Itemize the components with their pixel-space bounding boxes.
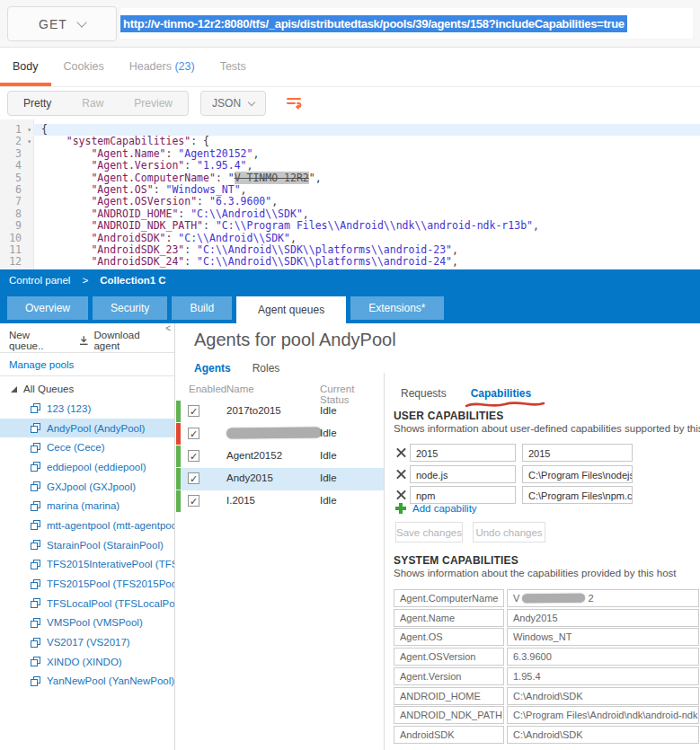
tree-item-pool[interactable]: StarainPool (StarainPool)	[0, 535, 174, 555]
tree-item-pool[interactable]: YanNewPool (YanNewPool)	[0, 672, 174, 692]
table-row-agent[interactable]: ✓Andy2015Idle	[176, 468, 384, 490]
tree-item-pool[interactable]: TFS2015Pool (TFS2015Pool)	[0, 574, 174, 594]
user-capabilities-desc: Shows information about user-defined cap…	[394, 423, 700, 434]
code-line: 6 "Agent.OS": "Windows_NT",	[0, 184, 700, 196]
tree-item-label: marina (marina)	[47, 500, 120, 511]
tab-headers[interactable]: Headers (23)	[117, 60, 208, 86]
tree-item-pool[interactable]: AndyPool (AndyPool)	[0, 419, 174, 438]
tab-capabilities[interactable]: Capabilities	[471, 387, 531, 400]
method-dropdown[interactable]: GET	[7, 6, 117, 41]
capability-value-input[interactable]: C:\Program Files\nodejs	[522, 465, 633, 483]
tab-roles[interactable]: Roles	[253, 362, 280, 375]
line-number-value: 4	[15, 160, 23, 172]
table-row-agent[interactable]: ✓I.2015Idle	[176, 490, 384, 513]
code-token: {	[41, 123, 48, 136]
download-agent-button[interactable]: Download agent	[79, 330, 165, 351]
fold-arrow-icon[interactable]: ▾	[23, 136, 31, 147]
tab-cookies[interactable]: Cookies	[51, 60, 117, 86]
table-row-agent[interactable]: ✓Agent20152Idle	[176, 446, 384, 468]
agent-name	[226, 428, 322, 438]
capability-key-input[interactable]: node.js	[410, 465, 516, 483]
enabled-checkbox[interactable]: ✓	[188, 428, 199, 439]
tab-agents[interactable]: Agents	[194, 362, 231, 375]
manage-pools-link[interactable]: Manage pools	[0, 353, 174, 376]
line-number-value: 1	[15, 124, 23, 136]
tree-item-pool[interactable]: VMSPool (VMSPool)	[0, 613, 174, 633]
undo-changes-button[interactable]: Undo changes	[473, 522, 545, 543]
delete-capability-icon[interactable]	[396, 490, 406, 499]
tree-item-pool[interactable]: marina (marina)	[0, 496, 174, 516]
table-row-agent[interactable]: ✓2017to2015Idle	[176, 401, 384, 423]
enabled-checkbox[interactable]: ✓	[188, 450, 199, 462]
tab-tests[interactable]: Tests	[208, 60, 259, 86]
code-token: ,	[452, 243, 458, 256]
view-preview[interactable]: Preview	[119, 92, 188, 115]
capability-value-input[interactable]: 2015	[522, 444, 633, 462]
tab-headers-label: Headers	[129, 60, 172, 73]
tree-item-pool[interactable]: XINDO (XINDO)	[0, 652, 174, 672]
line-number-value: 2	[15, 136, 23, 147]
tree-item-pool[interactable]: eddiepool (eddiepool)	[0, 457, 174, 477]
capability-value-input[interactable]: C:\Program Files\npm.cmd	[522, 486, 633, 504]
capabilities-panel: Requests Capabilities USER CAPABILITIES …	[385, 323, 700, 750]
format-select-value: JSON	[212, 97, 241, 110]
nav-tab-extensions-[interactable]: Extensions*	[350, 296, 443, 320]
nav-tab-overview[interactable]: Overview	[7, 296, 88, 320]
tree-item-label: mtt-agentpool (mtt-agentpool)	[47, 520, 174, 531]
tree-item-label: VMSPool (VMSPool)	[47, 617, 143, 628]
enabled-checkbox[interactable]: ✓	[188, 405, 199, 417]
pools-sidebar: < New queue.. Download agent Manage pool…	[0, 323, 175, 750]
capability-key-input[interactable]: npm	[410, 486, 516, 504]
code-text: "Agent.Version": "1.95.4",	[33, 160, 700, 172]
tree-item-pool[interactable]: GXJpool (GXJpool)	[0, 477, 174, 497]
wrap-text-button[interactable]	[282, 92, 306, 115]
save-changes-button[interactable]: Save changes	[395, 522, 463, 543]
new-queue-button[interactable]: New queue..	[9, 330, 65, 351]
queue-icon	[31, 657, 40, 666]
nav-tab-build[interactable]: Build	[172, 296, 232, 320]
breadcrumb-root[interactable]: Control panel	[9, 275, 70, 286]
tree-item-pool[interactable]: 123 (123)	[0, 399, 174, 419]
line-number-value: 12	[9, 256, 23, 268]
tree-item-pool[interactable]: Cece (Cece)	[0, 437, 174, 457]
nav-tab-security[interactable]: Security	[93, 296, 167, 320]
tree-item-pool[interactable]: TFS2015InterativePool (TFS2015I...	[0, 555, 174, 575]
system-capability-value: Andy2015	[507, 609, 699, 627]
delete-capability-icon[interactable]	[396, 447, 406, 457]
line-number: 11	[0, 244, 33, 256]
tree-item-pool[interactable]: VS2017 (VS2017)	[0, 632, 174, 652]
code-token: "Agent.ComputerName"	[91, 172, 215, 184]
nav-tab-agent-queues[interactable]: Agent queues	[236, 296, 346, 323]
requests-capabilities-tabs: Requests Capabilities	[401, 387, 531, 400]
code-token: ,	[241, 183, 247, 196]
view-raw[interactable]: Raw	[66, 92, 119, 115]
breadcrumb-current[interactable]: Collection1 C	[100, 275, 165, 286]
tree-item-pool[interactable]: mtt-agentpool (mtt-agentpool)	[0, 516, 174, 535]
enabled-checkbox[interactable]: ✓	[188, 472, 199, 484]
line-number: 2▾	[0, 136, 33, 147]
tree-item-pool[interactable]: TFSLocalPool (TFSLocalPool)	[0, 594, 174, 613]
table-row-agent[interactable]: ✓Idle	[176, 423, 384, 446]
tree-expanded-icon	[11, 386, 17, 393]
tab-body[interactable]: Body	[0, 60, 51, 86]
code-line: 1▾{	[0, 124, 700, 136]
add-capability-button[interactable]: Add capability	[395, 503, 477, 514]
tree-root-all-queues[interactable]: All Queues	[0, 379, 174, 399]
delete-capability-icon[interactable]	[396, 469, 406, 479]
code-token: : "	[216, 172, 235, 184]
url-input[interactable]: http://v-tinmo-12r2:8080/tfs/_apis/distr…	[120, 8, 693, 39]
enabled-checkbox[interactable]: ✓	[188, 495, 199, 507]
system-capability-key: AndroidSDK	[394, 726, 504, 744]
response-body-editor[interactable]: 1▾{2▾ "systemCapabilities": {3 "Agent.Na…	[0, 119, 700, 269]
queue-icon	[31, 462, 40, 472]
view-pretty[interactable]: Pretty	[8, 92, 66, 115]
code-token: "Agent.Version"	[91, 159, 184, 172]
status-indicator-bar	[176, 446, 181, 467]
code-token: ,	[290, 232, 297, 244]
format-select[interactable]: JSON	[200, 91, 266, 116]
chevron-down-icon	[76, 17, 86, 27]
tab-requests[interactable]: Requests	[401, 387, 447, 400]
capability-key-input[interactable]: 2015	[410, 444, 516, 462]
fold-arrow-icon[interactable]: ▾	[23, 124, 31, 136]
code-token: "C:\\Android\\SDK"	[191, 207, 303, 220]
